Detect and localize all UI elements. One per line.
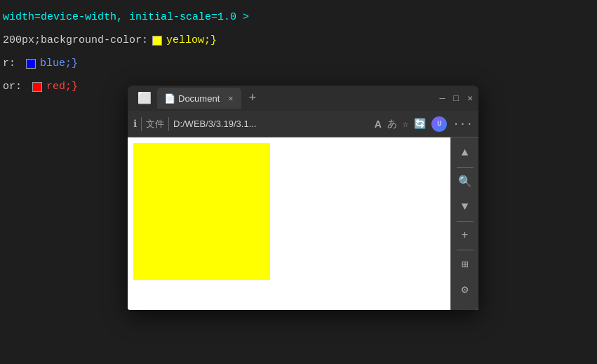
sidebar-scroll-up-button[interactable]: ▲ [452,140,478,166]
code-text-1: width=device-width, initial-scale=1.0 > [3,6,249,29]
sidebar-scroll-down-button[interactable]: ▼ [452,194,478,220]
yellow-rectangle [133,143,270,280]
browser-active-tab[interactable]: 📄 Document ✕ [157,88,241,109]
maximize-button[interactable]: □ [453,93,459,104]
browser-toolbar: ℹ 文件 D:/WEB/3/3.19/3.1... A あ ☆ 🔄 U ··· [128,111,478,137]
code-line-2: 200px;background-color: yellow;} [3,29,594,52]
code-text-4b: red;} [46,75,78,98]
browser-window: ⬜ 📄 Document ✕ + — □ ✕ ℹ 文件 D:/WEB/3/3.1… [128,86,478,310]
sidebar-settings-button[interactable]: ⚙ [452,277,478,302]
toolbar-file-label: 文件 [146,118,164,130]
sidebar-separator-1 [457,167,474,168]
code-text-2b: yellow;} [166,29,217,52]
browser-tabbar: ⬜ 📄 Document ✕ + — □ ✕ [128,86,478,111]
blue-swatch [26,59,36,69]
tab-favicon-icon: 📄 [164,93,174,103]
profile-avatar[interactable]: U [431,116,447,132]
code-text-4a: or: [3,75,28,98]
toolbar-icons: A あ ☆ 🔄 U ··· [375,116,473,132]
browser-back-icon[interactable]: ⬜ [133,88,156,108]
window-controls: — □ ✕ [440,93,473,104]
code-text-2a: 200px;background-color: [3,29,148,52]
browser-sidebar: ▲ 🔍 ▼ + ⊞ ⚙ [450,137,478,310]
tab-title: Document [178,93,220,104]
avatar-initial: U [437,120,441,128]
browser-page [128,137,450,310]
toolbar-separator-1 [141,117,142,131]
code-line-3: r: blue;} [3,52,594,75]
gear-icon: ⚙ [462,283,469,297]
code-text-3b: blue;} [40,52,78,75]
sidebar-search-button[interactable]: 🔍 [452,169,478,194]
toolbar-separator-2 [168,117,169,131]
address-bar[interactable]: D:/WEB/3/3.19/3.1... [173,119,370,129]
favorites-icon[interactable]: ☆ [403,118,408,130]
code-line-1: width=device-width, initial-scale=1.0 > [3,6,594,29]
search-icon: 🔍 [458,175,472,189]
read-aloud-icon[interactable]: A [375,119,382,130]
browser-extension-icon[interactable]: 🔄 [414,118,426,130]
minimize-button[interactable]: — [440,93,445,104]
sidebar-capture-button[interactable]: ⊞ [452,252,478,277]
more-options-icon[interactable]: ··· [452,118,473,130]
sidebar-separator-3 [457,250,474,250]
sidebar-add-button[interactable]: + [452,223,478,248]
red-swatch [32,82,42,92]
new-tab-button[interactable]: + [243,91,262,105]
info-icon[interactable]: ℹ [133,118,137,130]
immersive-reader-icon[interactable]: あ [387,118,397,130]
tab-close-button[interactable]: ✕ [227,93,234,104]
code-text-3a: r: [3,52,22,75]
sidebar-separator-2 [457,221,474,222]
yellow-swatch [152,36,162,46]
close-window-button[interactable]: ✕ [467,93,473,104]
browser-content-area: ▲ 🔍 ▼ + ⊞ ⚙ [128,137,478,310]
